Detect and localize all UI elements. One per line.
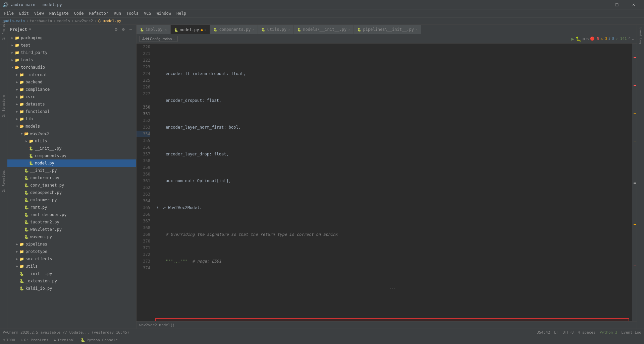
- tab-model[interactable]: 🐍 model.py ● ×: [171, 25, 210, 34]
- encoding[interactable]: UTF-8: [562, 330, 574, 335]
- tree-item-wav2vec2[interactable]: ▼ 📂 wav2vec2: [7, 130, 136, 137]
- run-config-icon[interactable]: ⚙: [583, 37, 585, 41]
- tab-pipelines-init[interactable]: 🐍 pipelines\__init__.py ×: [354, 25, 421, 34]
- tree-item-sox-effects[interactable]: ▶ 📁 sox_effects: [7, 255, 136, 263]
- tree-item-lib[interactable]: ▶ 📁 lib: [7, 115, 136, 123]
- tab-close-icon[interactable]: ×: [348, 28, 350, 31]
- menu-help[interactable]: Help: [174, 10, 189, 16]
- tab-components[interactable]: 🐍 components.py ×: [210, 25, 258, 34]
- tree-item-model-py[interactable]: 🐍 model.py: [7, 159, 136, 167]
- tree-item-extension[interactable]: 🐍 _extension.py: [7, 277, 136, 285]
- chevron-down-icon[interactable]: ▼: [29, 27, 31, 31]
- menu-code[interactable]: Code: [71, 10, 87, 16]
- expand-icon[interactable]: ⌃: [628, 37, 631, 41]
- tree-item-torchaudio[interactable]: ▼ 📂 torchaudio: [7, 64, 136, 71]
- ok-badge[interactable]: ✓ 141: [616, 37, 627, 41]
- menu-file[interactable]: File: [1, 10, 16, 16]
- tree-item-prototype[interactable]: ▶ 📁 prototype: [7, 248, 136, 255]
- code-line-225: ) -> Wav2Vec2Model:: [156, 204, 629, 211]
- menu-navigate[interactable]: Navigate: [47, 10, 71, 16]
- tab-close-icon[interactable]: ×: [165, 28, 167, 31]
- breadcrumb-part[interactable]: torchaudio: [30, 19, 52, 23]
- indent-info[interactable]: 4 spaces: [578, 330, 595, 335]
- line-endings[interactable]: LF: [554, 330, 558, 335]
- breadcrumb-part[interactable]: models: [57, 19, 70, 23]
- warning-badge[interactable]: ⚠ 3: [601, 37, 607, 41]
- run-icon[interactable]: ▶: [571, 36, 574, 42]
- tree-item-kaldi[interactable]: 🐍 kaldi_io.py: [7, 285, 136, 292]
- tree-item-rnnt-decoder[interactable]: 🐍 rnnt_decoder.py: [7, 211, 136, 218]
- collapse-icon[interactable]: ─: [128, 27, 133, 32]
- sidebar-structure-icon[interactable]: 2: Structure: [0, 102, 7, 109]
- python-version[interactable]: Python 3: [599, 330, 617, 335]
- tree-item-tacotron2[interactable]: 🐍 tacotron2.py: [7, 218, 136, 226]
- menu-vcs[interactable]: VCS: [141, 10, 154, 16]
- tree-item-rnnt[interactable]: 🐍 rnnt.py: [7, 204, 136, 211]
- menu-edit[interactable]: Edit: [16, 10, 32, 16]
- tree-item-pipelines[interactable]: ▶ 📁 pipelines: [7, 240, 136, 248]
- tree-item-conv-tasnet[interactable]: 🐍 conv_tasnet.py: [7, 182, 136, 189]
- tree-item-compliance[interactable]: ▶ 📁 compliance: [7, 86, 136, 93]
- event-log-label[interactable]: Event Log: [639, 27, 642, 44]
- settings-icon[interactable]: ⚙: [121, 27, 126, 32]
- error-badge[interactable]: 🔴 5: [590, 37, 599, 41]
- sidebar-project-icon[interactable]: 1: Project: [0, 27, 7, 34]
- tab-label: model.py: [180, 27, 199, 32]
- tree-item-conformer[interactable]: 🐍 conformer.py: [7, 174, 136, 182]
- info-badge[interactable]: ℹ 8: [608, 37, 614, 41]
- tree-item-functional[interactable]: ▶ 📁 functional: [7, 108, 136, 115]
- tab-close-icon[interactable]: ×: [204, 28, 206, 32]
- add-config-button[interactable]: Add Configuration...: [139, 36, 178, 42]
- menu-view[interactable]: View: [32, 10, 47, 16]
- code-content[interactable]: encoder_ff_interm_dropout: float, encode…: [153, 44, 632, 321]
- close-button[interactable]: ×: [626, 0, 641, 9]
- tab-close-icon[interactable]: ×: [288, 28, 290, 31]
- debug-icon[interactable]: 🐛: [576, 36, 581, 42]
- tree-item-packaging[interactable]: ▶ 📁 packaging: [7, 34, 136, 42]
- menu-refactor[interactable]: Refactor: [86, 10, 111, 16]
- menu-tools[interactable]: Tools: [124, 10, 141, 16]
- tree-item-tools[interactable]: ▶ 📁 tools: [7, 56, 136, 64]
- minimize-button[interactable]: ─: [592, 0, 608, 9]
- problems-button[interactable]: ⚠ 6: Problems: [20, 338, 48, 342]
- tree-item-wavenn[interactable]: 🐍 wavenn.py: [7, 233, 136, 240]
- scope-icon[interactable]: ⊙: [113, 27, 119, 32]
- tab-models-init[interactable]: 🐍 models\__init__.py ×: [294, 25, 354, 34]
- tree-item-models[interactable]: ▼ 📂 models: [7, 123, 136, 130]
- tree-item-emformer[interactable]: 🐍 emformer.py: [7, 196, 136, 204]
- tab-utils[interactable]: 🐍 utils.py ×: [258, 25, 294, 34]
- tree-item-utils[interactable]: ▶ 📁 utils: [7, 263, 136, 270]
- tree-item-internal[interactable]: ▶ 📁 _internal: [7, 71, 136, 78]
- tree-item-models-init[interactable]: 🐍 __init__.py: [7, 167, 136, 174]
- tree-item-components[interactable]: 🐍 components.py: [7, 152, 136, 159]
- maximize-button[interactable]: □: [609, 0, 625, 9]
- tree-item-test[interactable]: ▶ 📁 test: [7, 42, 136, 49]
- sidebar-favorites-icon[interactable]: 2: Favorites: [0, 178, 7, 184]
- tree-item-utils-folder[interactable]: ▶ 📁 utils: [7, 137, 136, 145]
- tree-item-datasets[interactable]: ▶ 📁 datasets: [7, 100, 136, 108]
- tree-item-wav2vec2-init[interactable]: 🐍 __init__.py: [7, 145, 136, 152]
- tree-item-wav2letter[interactable]: 🐍 wav2letter.py: [7, 226, 136, 233]
- python-console-button[interactable]: 🐍 Python Console: [80, 338, 118, 342]
- tab-close-icon[interactable]: ×: [252, 28, 254, 31]
- breadcrumb-part[interactable]: audio-main: [3, 19, 25, 23]
- collapse-icon[interactable]: ⌄: [632, 37, 634, 41]
- terminal-button[interactable]: ▶ Terminal: [54, 338, 75, 342]
- menu-window[interactable]: Window: [154, 10, 174, 16]
- event-log-status[interactable]: Event Log: [621, 330, 641, 335]
- todo-button[interactable]: ☑ TODO: [3, 338, 15, 342]
- tree-item-backend[interactable]: ▶ 📁 backend: [7, 78, 136, 86]
- tab-close-icon[interactable]: ×: [416, 28, 418, 31]
- bottom-toolbar: ☑ TODO ⚠ 6: Problems ▶ Terminal 🐍 Python…: [0, 336, 644, 344]
- tree-item-third-party[interactable]: ▶ 📁 third_party: [7, 49, 136, 56]
- menu-run[interactable]: Run: [111, 10, 124, 16]
- breadcrumb-part[interactable]: wav2vec2: [75, 19, 93, 23]
- pycharm-update-text[interactable]: PyCharm 2020.2.5 available // Update... …: [3, 330, 129, 335]
- update-icon[interactable]: ↻: [586, 37, 589, 41]
- tree-item-torchaudio-init[interactable]: 🐍 __init__.py: [7, 270, 136, 277]
- tree-item-csrc[interactable]: ▶ 📁 csrc: [7, 93, 136, 100]
- tab-impl[interactable]: 🐍 impl.py ×: [137, 25, 171, 34]
- code-line-227: """...""" # noqa: E501: [156, 258, 629, 265]
- breadcrumb-part[interactable]: ⬡ model.py: [98, 19, 121, 23]
- tree-item-deepspeech[interactable]: 🐍 deepspeech.py: [7, 189, 136, 196]
